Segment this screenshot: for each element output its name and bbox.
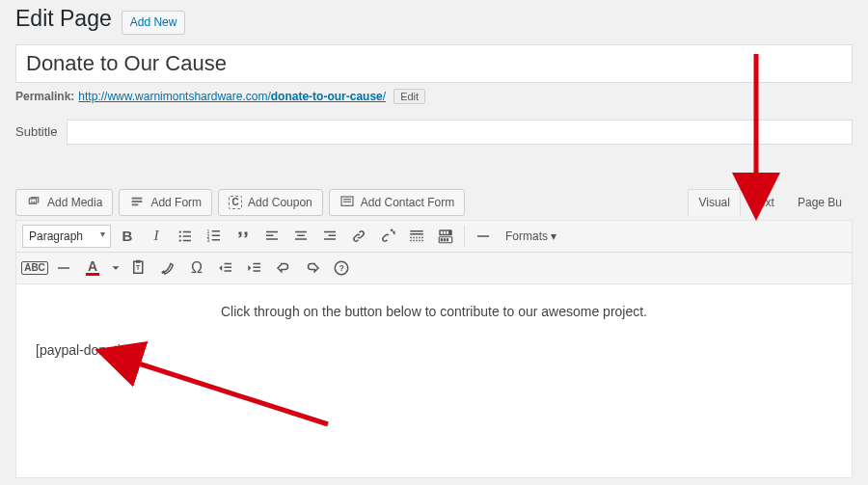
special-char-button[interactable]: Ω [184,256,209,280]
editor-container: Paragraph B I 123 Formats ▾ ABC A T [15,220,853,478]
svg-rect-37 [447,238,448,241]
italic-button[interactable]: I [144,225,169,248]
strikethrough-button[interactable]: ABC [22,256,47,280]
content-shortcode: [paypal-donation] [36,342,832,358]
indent-button[interactable] [242,256,267,280]
page-title-input[interactable] [15,44,853,83]
svg-rect-16 [212,234,220,236]
help-button[interactable]: ? [329,256,354,280]
svg-text:T: T [136,264,141,271]
svg-rect-38 [477,235,489,237]
add-coupon-button[interactable]: C Add Coupon [218,189,323,216]
align-right-button[interactable] [317,225,342,248]
tab-text[interactable]: Text [743,189,785,216]
svg-rect-32 [444,231,446,234]
svg-rect-27 [324,238,336,240]
numbered-list-button[interactable]: 123 [202,225,227,248]
editor-body[interactable]: Click through on the button below to con… [16,284,852,477]
svg-rect-39 [58,267,69,269]
svg-text:?: ? [339,264,344,273]
svg-rect-28 [410,230,423,232]
more-button[interactable] [404,225,429,248]
formats-dropdown[interactable]: Formats ▾ [500,226,562,247]
svg-rect-29 [410,233,423,235]
subtitle-label: Subtitle [15,124,57,139]
paragraph-select[interactable]: Paragraph [22,225,111,248]
svg-rect-35 [441,238,443,241]
bold-button[interactable]: B [115,225,140,248]
svg-rect-26 [329,234,337,236]
svg-rect-6 [343,201,351,202]
svg-rect-45 [225,270,232,272]
clear-formatting-button[interactable] [155,256,180,280]
svg-rect-41 [136,260,141,263]
svg-rect-22 [295,231,307,233]
form-icon [129,195,145,210]
svg-rect-19 [266,231,278,233]
svg-rect-21 [266,238,278,240]
hr-button-2[interactable] [51,256,76,280]
media-icon [26,195,41,210]
svg-rect-8 [183,231,191,233]
quote-button[interactable] [231,225,256,248]
svg-rect-47 [254,266,261,268]
add-new-button[interactable]: Add New [122,11,186,35]
outdent-button[interactable] [213,256,238,280]
hr-button[interactable] [471,225,496,248]
svg-point-9 [179,235,181,237]
svg-rect-44 [225,266,232,268]
svg-rect-33 [447,231,448,234]
page-heading: Edit Page [15,6,112,32]
permalink-row: Permalink: http://www.warnimontshardware… [15,89,853,104]
align-left-button[interactable] [259,225,285,248]
coupon-icon: C [229,196,242,209]
align-center-button[interactable] [288,225,313,248]
tab-visual[interactable]: Visual [688,189,740,216]
svg-rect-3 [132,203,139,205]
toolbar-toggle-button[interactable] [433,225,458,248]
content-line1: Click through on the button below to con… [36,304,832,319]
svg-rect-2 [132,201,143,202]
svg-rect-43 [225,263,232,265]
text-color-button[interactable]: A [80,256,105,280]
svg-rect-46 [254,263,261,265]
paste-text-button[interactable]: T [126,256,151,280]
svg-rect-1 [132,197,143,199]
svg-rect-14 [212,230,220,232]
svg-rect-25 [324,231,336,233]
svg-rect-31 [441,231,443,234]
svg-rect-10 [183,235,191,237]
redo-button[interactable] [300,256,325,280]
svg-point-7 [179,230,181,232]
unlink-button[interactable] [375,225,400,248]
link-button[interactable] [346,225,371,248]
svg-rect-23 [297,234,305,236]
add-form-button[interactable]: Add Form [119,189,212,216]
add-media-button[interactable]: Add Media [15,189,113,216]
edit-permalink-button[interactable]: Edit [393,89,425,104]
subtitle-input[interactable] [67,120,853,145]
svg-rect-36 [444,238,446,241]
permalink-link[interactable]: http://www.warnimontshardware.com/donate… [78,90,386,103]
svg-point-11 [179,239,181,241]
tab-page-builder[interactable]: Page Bu [787,189,853,216]
svg-rect-48 [254,270,261,272]
svg-point-0 [31,200,32,201]
text-color-arrow[interactable] [109,256,122,280]
svg-rect-24 [295,238,307,240]
svg-rect-4 [341,197,353,205]
svg-rect-5 [343,199,351,200]
permalink-label: Permalink: [15,90,74,103]
svg-rect-20 [266,234,274,236]
bullet-list-button[interactable] [173,225,198,248]
svg-text:3: 3 [207,237,210,243]
svg-rect-18 [212,239,220,241]
contact-form-icon [339,195,355,210]
undo-button[interactable] [271,256,296,280]
add-contact-form-button[interactable]: Add Contact Form [329,189,465,216]
svg-rect-12 [183,240,191,242]
